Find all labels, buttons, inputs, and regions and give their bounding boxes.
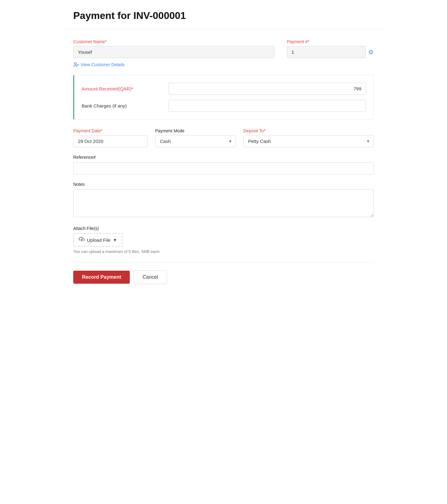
amount-received-row: Amount Received(QAR)* bbox=[82, 83, 366, 95]
page-title: Payment for INV-000001 bbox=[73, 10, 374, 21]
upload-hint: You can upload a maximum of 5 files, 5MB… bbox=[73, 249, 374, 254]
notes-section: Notes bbox=[73, 182, 374, 218]
record-payment-button[interactable]: Record Payment bbox=[73, 271, 130, 284]
deposit-to-group: Deposit To* Petty Cash Bank Account Othe… bbox=[243, 128, 374, 147]
reference-label: Reference# bbox=[73, 155, 374, 160]
bank-charges-row: Bank Charges (if any) bbox=[82, 100, 366, 112]
payment-date-group: Payment Date* bbox=[73, 128, 148, 147]
amount-section: Amount Received(QAR)* Bank Charges (if a… bbox=[73, 75, 374, 120]
bank-charges-label: Bank Charges (if any) bbox=[82, 103, 162, 108]
amount-received-input[interactable] bbox=[169, 83, 366, 95]
customer-name-label: Customer Name* bbox=[73, 39, 274, 44]
payment-mode-label: Payment Mode bbox=[155, 128, 236, 133]
payment-mode-group: Payment Mode Cash Bank Transfer Check Cr… bbox=[155, 128, 236, 147]
top-row: Customer Name* Payment #* ⚙ bbox=[73, 39, 374, 58]
payment-number-group: Payment #* ⚙ bbox=[287, 39, 374, 58]
person-lines-icon bbox=[73, 62, 79, 67]
deposit-to-select-wrapper: Petty Cash Bank Account Other ▼ bbox=[243, 135, 374, 147]
upload-icon bbox=[79, 236, 84, 244]
upload-btn-label: Upload File bbox=[87, 237, 111, 243]
page-header: Payment for INV-000001 bbox=[62, 0, 385, 29]
view-customer-text: View Customer Details bbox=[81, 62, 124, 67]
svg-point-0 bbox=[74, 62, 76, 64]
attach-section: Attach File(s) Upload File ▼ You can upl… bbox=[73, 226, 374, 254]
deposit-to-select[interactable]: Petty Cash Bank Account Other bbox=[243, 135, 374, 147]
upload-file-button[interactable]: Upload File ▼ bbox=[73, 233, 123, 247]
amount-received-label: Amount Received(QAR)* bbox=[82, 86, 162, 91]
notes-label: Notes bbox=[73, 182, 374, 187]
customer-name-group: Customer Name* bbox=[73, 39, 274, 58]
page-wrapper: Payment for INV-000001 Customer Name* Pa… bbox=[62, 0, 385, 304]
payment-number-row: ⚙ bbox=[287, 46, 374, 58]
notes-textarea[interactable] bbox=[73, 189, 374, 217]
customer-name-input[interactable] bbox=[73, 46, 274, 58]
payment-mode-select-wrapper: Cash Bank Transfer Check Credit Card ▼ bbox=[155, 135, 236, 147]
deposit-to-label: Deposit To* bbox=[243, 128, 374, 133]
gear-icon[interactable]: ⚙ bbox=[368, 48, 374, 56]
payment-mode-select[interactable]: Cash Bank Transfer Check Credit Card bbox=[155, 135, 236, 147]
bank-charges-input[interactable] bbox=[169, 100, 366, 112]
form-body: Customer Name* Payment #* ⚙ bbox=[62, 29, 385, 304]
footer-divider bbox=[73, 263, 374, 263]
payment-number-label: Payment #* bbox=[287, 39, 374, 44]
cancel-button[interactable]: Cancel bbox=[133, 270, 167, 284]
three-col-row: Payment Date* Payment Mode Cash Bank Tra… bbox=[73, 128, 374, 147]
upload-dropdown-arrow-icon: ▼ bbox=[113, 238, 117, 242]
reference-section: Reference# bbox=[73, 155, 374, 174]
reference-input[interactable] bbox=[73, 162, 374, 174]
payment-date-input[interactable] bbox=[73, 135, 148, 147]
attach-files-label: Attach File(s) bbox=[73, 226, 374, 231]
view-customer-link[interactable]: View Customer Details bbox=[73, 62, 374, 67]
footer-buttons: Record Payment Cancel bbox=[73, 270, 374, 294]
payment-number-input[interactable] bbox=[287, 46, 366, 58]
payment-date-label: Payment Date* bbox=[73, 128, 148, 133]
